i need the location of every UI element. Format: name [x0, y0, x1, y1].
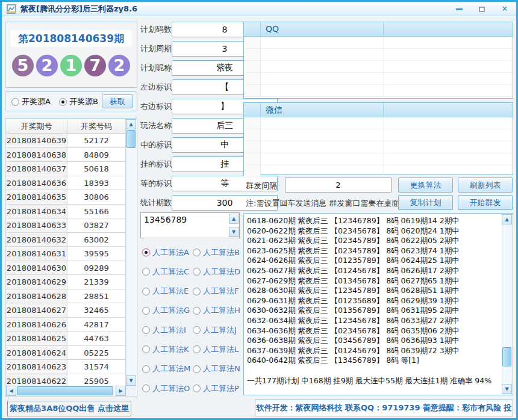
qq-column-header[interactable]: QQ	[261, 22, 384, 36]
table-scroll-down-button[interactable]: ▼	[126, 375, 136, 386]
refresh-list-button[interactable]: 刷新列表	[458, 178, 513, 193]
table-row[interactable]: 20180814063303827	[6, 218, 126, 233]
table-row[interactable]: 20180814063750618	[6, 162, 126, 176]
table-vertical-scrollbar[interactable]	[126, 119, 136, 386]
algorithm-radio[interactable]: 人工算法I	[142, 324, 193, 333]
table-row[interactable]: 20180814062331574	[6, 360, 126, 374]
change-algorithm-button[interactable]: 更换算法	[398, 178, 453, 193]
qq-list-row[interactable]	[244, 49, 513, 61]
log-scroll-down-button[interactable]: ▼	[502, 384, 512, 394]
log-vertical-scroll-thumb[interactable]	[502, 347, 511, 366]
qq-list-row[interactable]	[244, 73, 513, 85]
field-label: 统计期数	[140, 195, 172, 211]
draw-panel: 第201808140639期 52172	[5, 22, 137, 88]
table-row[interactable]: 20180814062732465	[6, 303, 126, 318]
algorithm-radio[interactable]: 人工算法E	[142, 285, 193, 295]
table-row[interactable]: 20180814062225905	[6, 374, 126, 386]
algorithm-radio[interactable]: 人工算法F	[193, 285, 240, 295]
wechat-list-row[interactable]	[244, 141, 513, 153]
table-vertical-scroll-thumb[interactable]	[126, 130, 136, 148]
log-scroll-up-button[interactable]: ▲	[502, 214, 512, 224]
draw-source-radio[interactable]: 开奖源B	[59, 96, 98, 108]
close-button[interactable]: ✕	[499, 4, 510, 14]
algorithm-options: 人工算法A人工算法B人工算法C人工算法D人工算法E人工算法F人工算法G人工算法H…	[142, 246, 240, 392]
wechat-column-header[interactable]: 微信	[261, 103, 384, 117]
table-row[interactable]: 20180814063139595	[6, 247, 126, 261]
start-broadcast-button[interactable]: 开始群发	[458, 195, 513, 210]
radio-icon	[142, 288, 150, 295]
table-row[interactable]: 20180814063530806	[6, 190, 126, 205]
table-row[interactable]: 20180814063618393	[6, 176, 126, 191]
table-row[interactable]: 20180814062544763	[6, 332, 126, 346]
wechat-list-row[interactable]	[244, 129, 513, 141]
algorithm-radio[interactable]: 人工算法L	[193, 343, 240, 353]
codes-listbox[interactable]: 13456789 ▲ ▼	[140, 212, 240, 238]
table-row[interactable]: 20180814063952172	[6, 134, 126, 148]
table-row[interactable]: 20180814062828851	[6, 289, 126, 304]
wechat-extra-column-header[interactable]	[384, 103, 513, 117]
minimize-button[interactable]	[454, 4, 464, 14]
qq-check-column-header[interactable]	[244, 22, 261, 36]
codes-scroll-up-button[interactable]: ▲	[229, 214, 239, 224]
table-scroll-left-button[interactable]: ◀	[6, 386, 16, 396]
number-cell: 31574	[67, 360, 126, 374]
algorithm-radio[interactable]: 人工算法C	[142, 265, 193, 275]
wechat-list-row[interactable]	[244, 117, 513, 129]
maximize-button[interactable]	[476, 4, 487, 14]
table-scroll-right-button[interactable]: ▶	[116, 386, 126, 396]
qq-list-row[interactable]	[244, 61, 513, 73]
table-row[interactable]: 20180814063263002	[6, 233, 126, 247]
wechat-check-column-header[interactable]	[244, 103, 261, 117]
qq-extra-column-header[interactable]	[384, 22, 513, 36]
qq-listview[interactable]: QQ	[243, 22, 513, 99]
period-cell: 201808140631	[6, 247, 67, 261]
wechat-list-row[interactable]	[244, 153, 513, 165]
field-label: 计划昵称	[140, 60, 172, 76]
plan-log-box[interactable]: 0618-0620期 紫夜后三 【12346789】 8码 0619期14 2期…	[243, 213, 513, 395]
radio-label: 人工算法F	[203, 286, 239, 295]
algorithm-radio[interactable]: 人工算法G	[142, 304, 193, 314]
wechat-listview[interactable]: 微信	[243, 102, 513, 175]
wechat-list-row[interactable]	[244, 165, 513, 178]
copy-plan-button[interactable]: 复制计划	[398, 195, 453, 210]
table-horizontal-scroll-thumb[interactable]	[17, 386, 113, 395]
radio-label: 人工算法C	[152, 267, 189, 276]
radio-icon	[193, 307, 201, 315]
algorithm-radio[interactable]: 人工算法N	[193, 363, 240, 372]
algorithm-radio[interactable]: 人工算法H	[193, 304, 240, 314]
table-row[interactable]: 20180814062405225	[6, 346, 126, 360]
radio-icon	[193, 288, 201, 295]
algorithm-radio[interactable]: 人工算法O	[142, 382, 193, 392]
codes-scroll-down-button[interactable]: ▼	[229, 227, 239, 237]
plan-settings-form: 计划码数计划周期计划昵称左边标识右边标识玩法名称中的标识挂的标识等的标识统计期数	[140, 22, 240, 214]
radio-label: 人工算法P	[203, 384, 239, 393]
table-scroll-up-button[interactable]: ▲	[126, 119, 136, 129]
draw-source-radio[interactable]: 开奖源A	[11, 96, 51, 108]
algorithm-radio[interactable]: 人工算法P	[193, 382, 240, 392]
algorithm-radio[interactable]: 人工算法J	[193, 324, 240, 333]
algorithm-radio[interactable]: 人工算法M	[142, 363, 193, 372]
period-title: 第201808140639期	[10, 30, 132, 47]
table-row[interactable]: 20180814062642817	[6, 318, 126, 332]
algorithm-radio[interactable]: 人工算法D	[193, 265, 240, 275]
algorithm-radio[interactable]: 人工算法B	[193, 246, 240, 256]
qq-list-row[interactable]	[244, 37, 513, 49]
table-scrollbar-corner	[126, 386, 136, 396]
algorithm-radio[interactable]: 人工算法A	[142, 246, 193, 256]
table-row[interactable]: 20180814062921339	[6, 275, 126, 289]
account-cell	[261, 73, 384, 84]
column-header-number[interactable]: 开奖号码	[67, 119, 126, 134]
status-bar: 软件开发：紫夜网络科技 联系QQ：9719739 善意提醒：彩市有风险 投资需谨…	[255, 400, 513, 416]
lottery-ball: 1	[60, 55, 82, 76]
radio-icon	[142, 384, 150, 392]
qq-list-row[interactable]	[244, 85, 513, 97]
algorithm-radio[interactable]: 人工算法K	[142, 343, 193, 353]
table-row[interactable]: 20180814063009289	[6, 261, 126, 276]
promo-button[interactable]: 紫夜精品3A8位QQ出售 点击这里	[7, 401, 131, 416]
fetch-button[interactable]: 获取	[102, 94, 133, 108]
log-vertical-scrollbar[interactable]	[502, 214, 512, 394]
column-header-period[interactable]: 开奖期号	[6, 119, 67, 134]
table-row[interactable]: 20180814063884809	[6, 148, 126, 162]
table-row[interactable]: 20180814063455166	[6, 205, 126, 219]
interval-input[interactable]	[285, 178, 392, 193]
